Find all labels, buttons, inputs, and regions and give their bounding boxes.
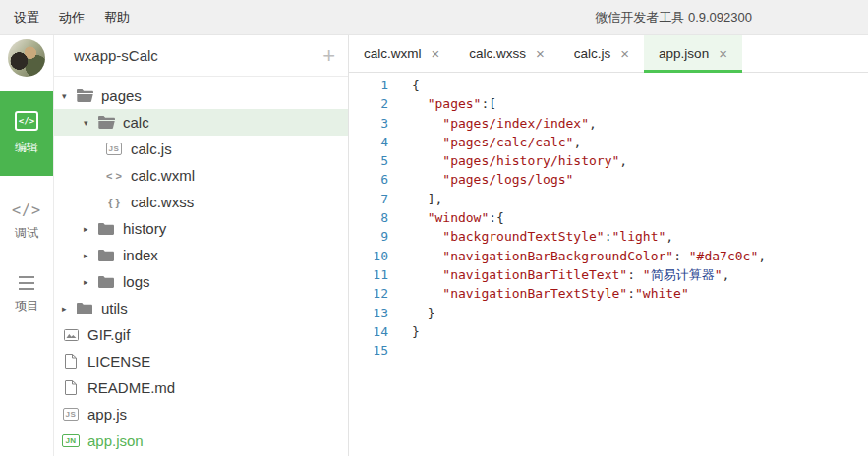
line-number: 9 [349,227,388,246]
code-line: 2 "pages":[ [349,94,868,113]
tree-file-gif-gif[interactable]: GIF.gif [54,321,348,348]
folder-icon [97,276,115,288]
folder-label: history [123,220,166,237]
add-file-button[interactable]: + [322,45,335,67]
avatar[interactable] [8,39,45,77]
menu-items: 设置动作帮助 [4,9,140,27]
folder-label: index [123,247,158,263]
json-file-icon: JN [62,434,80,447]
code-line: 11 "navigationBarTitleText": "简易计算器", [349,265,868,284]
tree-folder-logs[interactable]: ▸logs [54,268,348,295]
file-label: GIF.gif [87,326,130,343]
file-icon [62,354,80,369]
app-title: 微信开发者工具 0.9.092300 [595,9,752,27]
wechat-devtools-window: 设置动作帮助 微信开发者工具 0.9.092300 </>编辑</>调试项目 w… [0,0,868,456]
file-label: calc.js [131,141,172,157]
code-line: 6 "pages/logs/logs" [349,170,868,189]
tree-file-readme-md[interactable]: README.md [54,374,348,401]
line-number: 3 [349,114,388,133]
js-file-icon: JS [62,408,80,421]
line-number: 6 [349,170,388,189]
wxss-file-icon: { } [105,197,123,208]
chevron-right-icon[interactable]: ▸ [84,251,97,260]
code-line: 14} [349,322,868,341]
close-icon[interactable]: × [719,45,727,62]
line-number: 4 [349,133,388,151]
activity-tab-debug[interactable]: </>调试 [0,201,53,242]
line-number: 5 [349,151,388,170]
folder-label: calc [123,114,149,131]
menu-settings[interactable]: 设置 [4,9,49,27]
tree-folder-pages[interactable]: ▾pages [54,83,348,109]
tree-file-app-js[interactable]: JSapp.js [54,401,348,428]
menu-bar: 设置动作帮助 微信开发者工具 0.9.092300 [0,0,868,35]
folder-label: logs [123,273,150,290]
activity-tab-edit[interactable]: </>编辑 [0,91,53,176]
tree-folder-history[interactable]: ▸history [54,215,348,242]
chevron-down-icon[interactable]: ▾ [62,91,76,101]
activity-tab-label: 调试 [15,225,38,242]
chevron-down-icon[interactable]: ▾ [84,118,97,128]
code-line: 9 "backgroundTextStyle":"light", [349,227,868,246]
folder-icon [97,223,115,235]
code-icon: </> [12,201,41,219]
activity-tabs: </>编辑</>调试项目 [0,77,53,314]
close-icon[interactable]: × [536,45,545,62]
line-number: 2 [349,94,388,113]
close-icon[interactable]: × [432,45,440,62]
activity-tab-label: 编辑 [15,140,38,156]
editor-tab-app-json[interactable]: app.json× [644,35,742,72]
line-number: 15 [349,341,388,360]
file-icon [62,380,80,395]
tree-folder-utils[interactable]: ▸utils [54,295,348,321]
file-explorer: wxapp-sCalc + ▾pages▾calcJScalc.js< >cal… [54,35,349,456]
folder-icon [97,250,115,261]
line-number: 10 [349,247,388,265]
editor-tab-calc-wxml[interactable]: calc.wxml× [349,35,454,72]
folder-label: utils [101,300,128,316]
tree-file-license[interactable]: LICENSE [54,348,348,374]
close-icon[interactable]: × [620,45,629,62]
code-line: 1{ [349,76,868,94]
explorer-header: wxapp-sCalc + [54,35,348,77]
folder-open-icon [97,116,115,129]
file-tree: ▾pages▾calcJScalc.js< >calc.wxml{ }calc.… [54,77,348,456]
js-file-icon: JS [105,143,123,155]
menu-icon [19,271,34,292]
line-number: 13 [349,304,388,322]
tree-folder-calc[interactable]: ▾calc [54,109,348,136]
editor-tab-calc-wxss[interactable]: calc.wxss× [454,35,559,72]
menu-actions[interactable]: 动作 [49,9,94,27]
chevron-right-icon[interactable]: ▸ [62,304,76,314]
tree-file-calc-js[interactable]: JScalc.js [54,136,348,162]
tab-label: calc.js [574,46,611,61]
tree-file-app-json[interactable]: JNapp.json [54,428,348,454]
wxml-file-icon: < > [105,170,123,182]
tab-label: app.json [659,46,709,61]
activity-tab-project[interactable]: 项目 [0,271,53,314]
code-line: 13 } [349,304,868,322]
editor: calc.wxml×calc.wxss×calc.js×app.json× 1{… [349,35,868,456]
code-area[interactable]: 1{2 "pages":[3 "pages/index/index",4 "pa… [349,73,868,456]
code-line: 12 "navigationBarTextStyle":"white" [349,284,868,303]
line-number: 1 [349,76,388,94]
line-number: 8 [349,208,388,227]
folder-label: pages [101,87,142,104]
line-number: 7 [349,190,388,208]
menu-help[interactable]: 帮助 [94,9,140,27]
tree-file-calc-wxss[interactable]: { }calc.wxss [54,189,348,215]
line-number: 14 [349,322,388,341]
code-line: 8 "window":{ [349,208,868,227]
main-area: </>编辑</>调试项目 wxapp-sCalc + ▾pages▾calcJS… [0,35,868,456]
folder-open-icon [76,89,93,102]
code-line: 5 "pages/history/history", [349,151,868,170]
project-name: wxapp-sCalc [74,47,158,64]
chevron-right-icon[interactable]: ▸ [84,224,97,234]
tab-label: calc.wxss [469,46,526,61]
tree-folder-index[interactable]: ▸index [54,242,348,268]
line-number: 12 [349,284,388,303]
editor-tab-calc-js[interactable]: calc.js× [559,35,644,72]
code-line: 10 "navigationBarBackgroundColor": "#da7… [349,247,868,265]
tree-file-calc-wxml[interactable]: < >calc.wxml [54,162,348,189]
chevron-right-icon[interactable]: ▸ [84,277,97,287]
